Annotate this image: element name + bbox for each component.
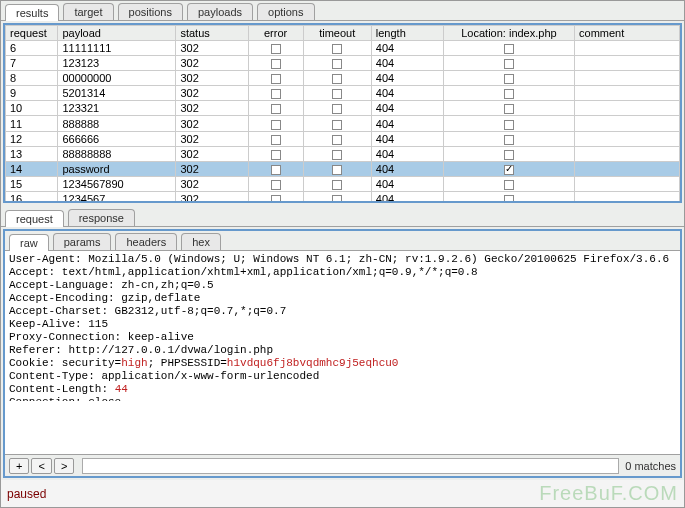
table-row[interactable]: 7123123302404 — [6, 56, 680, 71]
tab-options[interactable]: options — [257, 3, 314, 20]
table-row[interactable]: 800000000302404 — [6, 71, 680, 86]
results-table-scroll[interactable]: request payload status error timeout len… — [5, 25, 680, 201]
error-checkbox[interactable] — [271, 180, 281, 190]
main-tab-bar: results target positions payloads option… — [1, 1, 684, 21]
location-checkbox[interactable] — [504, 135, 514, 145]
results-table-panel: request payload status error timeout len… — [3, 23, 682, 203]
tab-request[interactable]: request — [5, 210, 64, 227]
tab-raw[interactable]: raw — [9, 234, 49, 251]
table-row[interactable]: 14password302404 — [6, 161, 680, 176]
request-body: User-Agent: Mozilla/5.0 (Windows; U; Win… — [5, 251, 680, 454]
match-count: 0 matches — [625, 460, 676, 472]
tab-response[interactable]: response — [68, 209, 135, 226]
view-tab-bar: raw params headers hex — [5, 231, 680, 251]
col-error[interactable]: error — [248, 26, 303, 41]
results-table: request payload status error timeout len… — [5, 25, 680, 201]
location-checkbox[interactable] — [504, 195, 514, 201]
error-checkbox[interactable] — [271, 135, 281, 145]
timeout-checkbox[interactable] — [332, 89, 342, 99]
error-checkbox[interactable] — [271, 74, 281, 84]
status-paused: paused — [7, 487, 46, 501]
timeout-checkbox[interactable] — [332, 195, 342, 201]
error-checkbox[interactable] — [271, 59, 281, 69]
table-row[interactable]: 11888888302404 — [6, 116, 680, 131]
error-checkbox[interactable] — [271, 89, 281, 99]
location-checkbox[interactable] — [504, 104, 514, 114]
error-checkbox[interactable] — [271, 120, 281, 130]
location-checkbox[interactable] — [504, 150, 514, 160]
timeout-checkbox[interactable] — [332, 135, 342, 145]
col-payload[interactable]: payload — [58, 26, 176, 41]
bottom-toolbar: + < > 0 matches — [5, 454, 680, 476]
location-checkbox[interactable] — [504, 59, 514, 69]
table-row[interactable]: 95201314302404 — [6, 86, 680, 101]
detail-tab-bar: request response — [1, 207, 684, 227]
tab-hex[interactable]: hex — [181, 233, 221, 250]
search-input[interactable] — [82, 458, 619, 474]
timeout-checkbox[interactable] — [332, 180, 342, 190]
col-timeout[interactable]: timeout — [303, 26, 371, 41]
add-button[interactable]: + — [9, 458, 29, 474]
status-bar: paused FreeBuF.COM — [1, 480, 684, 507]
cookie-sessid-value: h1vdqu6fj8bvqdmhc9j5eqhcu0 — [227, 357, 399, 369]
col-status[interactable]: status — [176, 26, 248, 41]
location-checkbox[interactable] — [504, 74, 514, 84]
timeout-checkbox[interactable] — [332, 165, 342, 175]
watermark: FreeBuF.COM — [539, 482, 678, 505]
timeout-checkbox[interactable] — [332, 59, 342, 69]
error-checkbox[interactable] — [271, 165, 281, 175]
col-length[interactable]: length — [371, 26, 443, 41]
error-checkbox[interactable] — [271, 44, 281, 54]
timeout-checkbox[interactable] — [332, 120, 342, 130]
col-location[interactable]: Location: index.php — [443, 26, 574, 41]
raw-request-text[interactable]: User-Agent: Mozilla/5.0 (Windows; U; Win… — [5, 251, 680, 401]
tab-params[interactable]: params — [53, 233, 112, 250]
col-request[interactable]: request — [6, 26, 58, 41]
table-row[interactable]: 161234567302404 — [6, 191, 680, 201]
location-checkbox[interactable] — [504, 120, 514, 130]
tab-headers[interactable]: headers — [115, 233, 177, 250]
timeout-checkbox[interactable] — [332, 150, 342, 160]
location-checkbox[interactable] — [504, 89, 514, 99]
error-checkbox[interactable] — [271, 150, 281, 160]
table-row[interactable]: 12666666302404 — [6, 131, 680, 146]
table-row[interactable]: 10123321302404 — [6, 101, 680, 116]
cookie-security-value: high — [121, 357, 147, 369]
content-length-value: 44 — [115, 383, 128, 395]
prev-button[interactable]: < — [31, 458, 51, 474]
next-button[interactable]: > — [54, 458, 74, 474]
results-tbody: 6111111113024047123123302404800000000302… — [6, 41, 680, 202]
table-row[interactable]: 611111111302404 — [6, 41, 680, 56]
tab-results[interactable]: results — [5, 4, 59, 21]
location-checkbox[interactable] — [504, 180, 514, 190]
tab-payloads[interactable]: payloads — [187, 3, 253, 20]
location-checkbox[interactable] — [504, 165, 514, 175]
tab-positions[interactable]: positions — [118, 3, 183, 20]
error-checkbox[interactable] — [271, 195, 281, 201]
timeout-checkbox[interactable] — [332, 104, 342, 114]
location-checkbox[interactable] — [504, 44, 514, 54]
col-comment[interactable]: comment — [575, 26, 680, 41]
tab-target[interactable]: target — [63, 3, 113, 20]
error-checkbox[interactable] — [271, 104, 281, 114]
request-panel: raw params headers hex User-Agent: Mozil… — [3, 229, 682, 478]
table-row[interactable]: 151234567890302404 — [6, 176, 680, 191]
table-row[interactable]: 1388888888302404 — [6, 146, 680, 161]
timeout-checkbox[interactable] — [332, 74, 342, 84]
timeout-checkbox[interactable] — [332, 44, 342, 54]
